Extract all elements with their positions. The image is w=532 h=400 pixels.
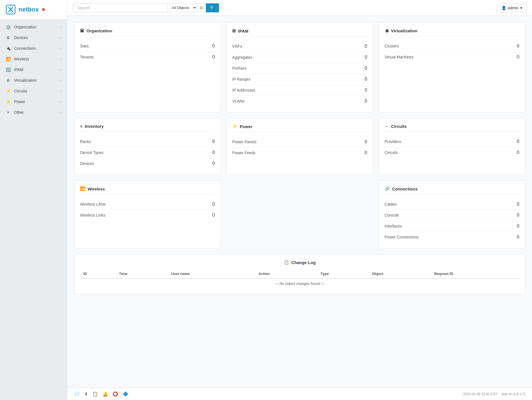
- connections-title-icon: 🔗: [385, 186, 390, 191]
- change-log-table: ID Time User name Action Type Object Req…: [80, 269, 519, 288]
- chevron-wireless: ›: [60, 57, 61, 61]
- sidebar-label-connections: Connections: [14, 46, 36, 51]
- chevron-circuits: ›: [60, 89, 61, 93]
- vrfs-label: VRFs: [232, 44, 242, 49]
- power-feeds-value: 0: [365, 150, 367, 155]
- power-panels-label: Power Panels: [232, 140, 256, 144]
- inventory-racks-row: Racks 0: [80, 136, 215, 147]
- sidebar-label-other: Other: [14, 110, 24, 115]
- connections-card: 🔗 Connections Cables 0 Console 0 Interfa…: [379, 180, 525, 248]
- connections-console-row: Console 0: [385, 210, 519, 221]
- sidebar-item-connections[interactable]: 🔌 Connections ›: [0, 43, 67, 54]
- devices-label: Devices: [80, 161, 94, 166]
- admin-menu-button[interactable]: 👤 admin ▾: [497, 3, 526, 12]
- col-object: Object: [369, 269, 431, 278]
- sidebar-item-circuits[interactable]: ⚡ Circuits ›: [0, 86, 67, 96]
- ipam-prefixes-row: Prefixes 0: [232, 63, 367, 74]
- chevron-virtualization: ›: [60, 79, 61, 82]
- sidebar-label-power: Power: [14, 99, 25, 104]
- main-content: 🏛 Organization Sites 0 Tenants 0 ⊞ IPAM …: [67, 16, 532, 388]
- ipam-aggregates-row: Aggregates 0: [232, 52, 367, 63]
- prefixes-value: 0: [365, 66, 367, 71]
- organization-title-icon: 🏛: [80, 28, 84, 33]
- console-value: 0: [517, 213, 519, 218]
- power-connections-label: Power Connections: [385, 235, 419, 239]
- ip-addresses-label: IP Addresses: [232, 88, 255, 92]
- power-feeds-label: Power Feeds: [232, 151, 255, 155]
- vlans-label: VLANs: [232, 99, 245, 103]
- aggregates-value: 0: [365, 55, 367, 60]
- power-panels-row: Power Panels 0: [232, 137, 367, 147]
- ip-ranges-value: 0: [365, 77, 367, 82]
- col-action: Action: [255, 269, 317, 278]
- sidebar-item-wireless[interactable]: 📶 Wireless ›: [0, 54, 67, 64]
- footer-clipboard-icon[interactable]: 📋: [92, 391, 98, 397]
- search-filter-button[interactable]: ⊟: [197, 3, 206, 12]
- col-type: Type: [317, 269, 369, 278]
- circuits-label: Circuits: [385, 150, 398, 155]
- col-request-id: Request ID: [431, 269, 519, 278]
- other-icon: ≡: [6, 110, 11, 115]
- sidebar-label-virtualization: Virtualization: [14, 78, 36, 83]
- wireless-lans-label: Wireless LANs: [80, 202, 106, 206]
- chevron-other: ›: [60, 111, 61, 114]
- search-category-select[interactable]: All Objects: [168, 3, 197, 12]
- search-input[interactable]: [73, 3, 168, 12]
- sidebar-item-power[interactable]: ⚡ Power ›: [0, 96, 67, 107]
- footer-github-icon[interactable]: ⭕: [113, 391, 118, 397]
- header-user-area: 👤 admin ▾: [497, 3, 526, 12]
- search-container: All Objects ⊟ 🔍: [73, 3, 219, 12]
- prefixes-label: Prefixes: [232, 66, 246, 71]
- power-feeds-row: Power Feeds 0: [232, 147, 367, 158]
- sidebar-label-devices: Devices: [14, 35, 28, 40]
- sidebar-label-circuits: Circuits: [14, 89, 27, 93]
- power-title-icon: ⚡: [232, 124, 238, 129]
- racks-value: 0: [212, 139, 215, 144]
- connections-icon: 🔌: [6, 46, 11, 51]
- sidebar-item-organization[interactable]: 🏢 Organization ›: [0, 22, 67, 32]
- clusters-label: Clusters: [385, 44, 399, 48]
- inventory-card-title: ≡ Inventory: [80, 124, 215, 132]
- sidebar-item-other[interactable]: ≡ Other ›: [0, 107, 67, 118]
- connections-power-row: Power Connections 0: [385, 232, 519, 242]
- tenants-value: 0: [212, 54, 215, 60]
- organization-card-title: 🏛 Organization: [80, 28, 215, 36]
- sidebar-item-ipam[interactable]: 🔢 IPAM ›: [0, 64, 67, 75]
- sidebar-item-virtualization[interactable]: 🖥 Virtualization ›: [0, 75, 67, 86]
- ipam-card-title: ⊞ IPAM: [232, 28, 367, 37]
- ipam-icon: 🔢: [6, 67, 11, 72]
- footer-icons: 📄 ⬇ 📋 🔔 ⭕ 🔷: [74, 391, 128, 397]
- footer-slack-icon[interactable]: 🔷: [123, 391, 128, 397]
- sidebar-item-devices[interactable]: 🖥 Devices ›: [0, 32, 67, 43]
- chevron-devices: ›: [60, 36, 61, 39]
- wireless-card-title: 📶 Wireless: [80, 186, 215, 194]
- ipam-card: ⊞ IPAM VRFs 0 Aggregates 0 Prefixes 0 IP…: [226, 22, 373, 112]
- sidebar-label-ipam: IPAM: [14, 67, 23, 72]
- circuits-providers-row: Providers 0: [385, 136, 519, 147]
- netbox-logo-icon: [6, 4, 16, 15]
- col-time: Time: [116, 269, 168, 278]
- wireless-icon: 📶: [6, 56, 11, 62]
- virtualization-vms-row: Virtual Machines 0: [385, 52, 519, 62]
- footer-instance: xdai-vm (v3.1.7): [501, 392, 525, 396]
- organization-sites-row: Sites 0: [80, 41, 215, 52]
- footer-bell-icon[interactable]: 🔔: [102, 391, 108, 397]
- change-log-card: 📋 Change Log ID Time User name Action Ty…: [74, 254, 525, 294]
- inventory-title-icon: ≡: [80, 124, 83, 129]
- footer-timestamp: 2022-02-09 22:42 CST: [463, 392, 497, 396]
- virtualization-card: 🖥 Virtualization Clusters 0 Virtual Mach…: [379, 22, 525, 112]
- power-card: ⚡ Power Power Panels 0 Power Feeds 0: [226, 118, 373, 175]
- chevron-power: ›: [60, 100, 61, 103]
- footer-docs-icon[interactable]: 📄: [74, 391, 80, 397]
- sites-value: 0: [212, 44, 215, 49]
- search-submit-button[interactable]: 🔍: [206, 3, 219, 12]
- inventory-devices-row: Devices 0: [80, 158, 215, 169]
- ip-addresses-value: 0: [365, 88, 367, 93]
- col-id: ID: [80, 269, 116, 278]
- sidebar-navigation: 🏢 Organization › 🖥 Devices › 🔌 Connectio…: [0, 19, 67, 400]
- virtualization-clusters-row: Clusters 0: [385, 41, 519, 52]
- inventory-device-types-row: Device Types 0: [80, 147, 215, 158]
- circuits-circuits-row: Circuits 0: [385, 147, 519, 158]
- console-label: Console: [385, 213, 399, 217]
- footer-download-icon[interactable]: ⬇: [84, 391, 88, 397]
